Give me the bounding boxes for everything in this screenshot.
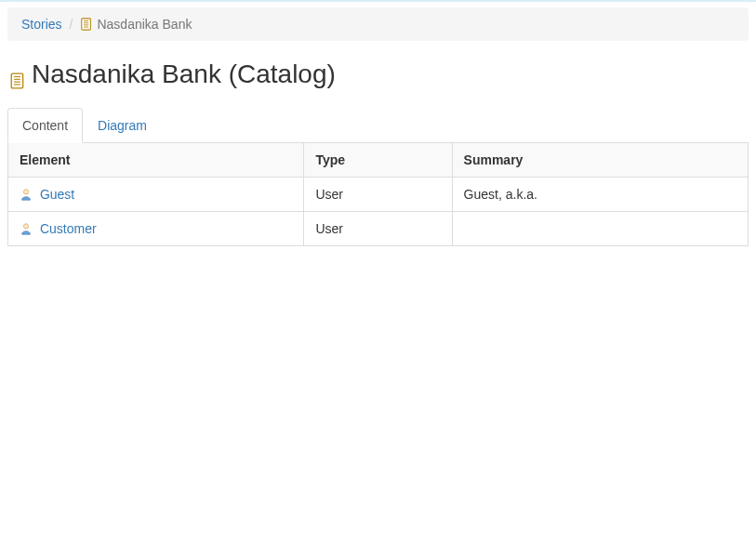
tab-diagram[interactable]: Diagram: [83, 108, 162, 143]
svg-rect-0: [82, 19, 91, 30]
element-link-customer[interactable]: Customer: [40, 221, 97, 236]
cell-element: Guest: [8, 178, 304, 212]
breadcrumb: Stories / Nasdanika Bank: [7, 7, 749, 41]
breadcrumb-current-label: Nasdanika Bank: [97, 17, 192, 32]
svg-point-10: [23, 190, 28, 194]
page-title-text: Nasdanika Bank (Catalog): [32, 59, 336, 89]
cell-element: Customer: [8, 212, 304, 246]
table-header-row: Element Type Summary: [8, 143, 749, 178]
cell-summary: [452, 212, 748, 246]
table-row: Customer User: [8, 212, 749, 246]
col-header-type: Type: [304, 143, 452, 178]
user-icon: [20, 222, 33, 235]
book-icon: [9, 66, 26, 83]
page-title: Nasdanika Bank (Catalog): [9, 59, 749, 89]
svg-rect-5: [11, 73, 22, 88]
breadcrumb-current: Nasdanika Bank: [80, 17, 192, 32]
svg-point-11: [23, 224, 28, 229]
user-icon: [20, 188, 33, 201]
col-header-element: Element: [8, 143, 304, 178]
tab-content[interactable]: Content: [7, 108, 83, 143]
col-header-summary: Summary: [452, 143, 748, 178]
element-link-guest[interactable]: Guest: [40, 187, 74, 202]
cell-summary: Guest, a.k.a.: [452, 178, 748, 212]
content-table: Element Type Summary Guest User Guest, a…: [7, 142, 749, 246]
table-row: Guest User Guest, a.k.a.: [8, 178, 749, 212]
breadcrumb-root: Stories: [21, 17, 62, 32]
breadcrumb-root-link[interactable]: Stories: [21, 17, 62, 32]
tabs: Content Diagram: [7, 108, 749, 143]
top-accent-line: [0, 0, 756, 2]
book-icon: [80, 18, 93, 31]
cell-type: User: [304, 212, 452, 246]
cell-type: User: [304, 178, 452, 212]
breadcrumb-separator: /: [62, 17, 81, 32]
